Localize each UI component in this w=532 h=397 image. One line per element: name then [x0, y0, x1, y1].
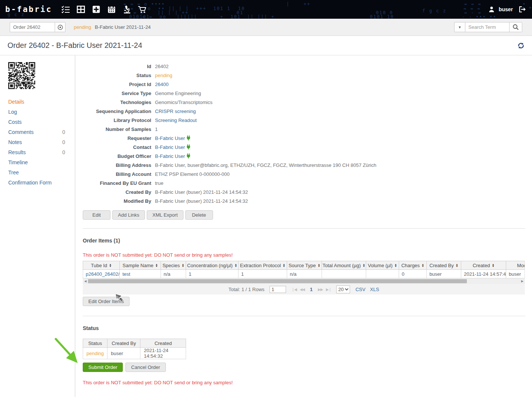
edit-button[interactable]: Edit: [83, 210, 110, 220]
sort-icon[interactable]: ▲▼: [456, 263, 458, 267]
column-header[interactable]: Species▲▼: [161, 261, 186, 270]
detail-row: Statuspending: [83, 73, 525, 82]
search-input[interactable]: [465, 22, 510, 32]
field-label: Number of Samples: [83, 126, 151, 132]
page-size-select[interactable]: 20: [336, 285, 350, 293]
sidebar-item-label[interactable]: Confirmation Form: [8, 180, 52, 186]
sort-icon[interactable]: ▲▼: [182, 263, 184, 267]
detail-row: Budget OfficerB-Fabric User: [83, 153, 525, 162]
link-value[interactable]: B-Fabric User: [155, 153, 185, 159]
column-header[interactable]: Created▲▼: [461, 261, 506, 270]
cart-icon[interactable]: [138, 5, 147, 13]
sort-icon[interactable]: ▲▼: [234, 263, 237, 267]
refresh-icon[interactable]: [517, 42, 525, 49]
checklist-icon[interactable]: [61, 5, 70, 13]
column-header[interactable]: Concentration (ng/µl)▲▼: [186, 261, 238, 270]
binary-glyph: 010101: [129, 14, 150, 19]
sidebar-item-label[interactable]: Notes: [8, 139, 22, 145]
add-links-button[interactable]: Add Links: [112, 210, 145, 220]
table-cell: n/a: [161, 270, 186, 278]
detail-row: Modified ByB-Fabric User (buser) 2021-11…: [83, 198, 525, 207]
sidebar-item-notes[interactable]: Notes0: [0, 137, 75, 147]
sort-icon[interactable]: ▲▼: [492, 263, 495, 267]
qr-code: [8, 62, 35, 89]
scroll-right-icon[interactable]: ▶: [520, 278, 525, 284]
sidebar-item-results[interactable]: Results0: [0, 147, 75, 157]
sort-icon[interactable]: ▲▼: [422, 263, 424, 267]
link-value[interactable]: 26400: [155, 82, 168, 87]
column-header[interactable]: Extraction Protocol▲▼: [238, 261, 287, 270]
xml-export-button[interactable]: XML Export: [147, 210, 183, 220]
sidebar-item-tree[interactable]: Tree: [0, 167, 75, 177]
sort-icon[interactable]: ▲▼: [155, 263, 158, 267]
field-value: pending: [151, 73, 172, 78]
delete-button[interactable]: Delete: [185, 210, 213, 220]
sidebar-item-label[interactable]: Timeline: [8, 159, 28, 165]
first-page-icon[interactable]: ❘◀: [291, 287, 297, 291]
sort-icon[interactable]: ▲▼: [283, 263, 285, 267]
bfabric-logo[interactable]: b-fabric: [5, 5, 52, 14]
username-label[interactable]: buser: [499, 6, 513, 12]
sort-icon[interactable]: ▲▼: [363, 263, 365, 267]
binary-glyph: = = oo ||||||: [142, 14, 198, 19]
xls-export-link[interactable]: XLS: [370, 287, 379, 292]
page-number-input[interactable]: [270, 286, 286, 293]
column-header[interactable]: Source Type▲▼: [287, 261, 322, 270]
cell-link[interactable]: test: [122, 271, 130, 277]
sidebar-item-label[interactable]: Details: [8, 99, 24, 105]
prev-page-icon[interactable]: ◀◀: [300, 287, 304, 291]
order-search-input[interactable]: [10, 22, 55, 32]
link-value[interactable]: CRISPR screening: [155, 109, 196, 114]
sidebar-item-log[interactable]: Log: [0, 107, 75, 117]
sort-icon[interactable]: ▲▼: [395, 263, 397, 267]
field-value: true: [151, 180, 163, 186]
sidebar-item-confirmation-form[interactable]: Confirmation Form: [0, 177, 75, 187]
search-scope-dropdown[interactable]: ▼: [454, 22, 465, 32]
last-page-icon[interactable]: ▶❘: [326, 287, 331, 291]
submit-order-button[interactable]: Submit Order: [83, 363, 123, 372]
column-header[interactable]: Charges▲▼: [399, 261, 427, 270]
column-header[interactable]: Created By▲▼: [427, 261, 461, 270]
sidebar-item-label[interactable]: Costs: [8, 119, 22, 125]
column-header-label: Species: [162, 263, 180, 268]
next-page-icon[interactable]: ▶▶: [318, 287, 323, 291]
cell-link[interactable]: p26400_26402/1: [86, 271, 120, 277]
field-value: CRISPR screening: [151, 109, 196, 114]
current-page-label[interactable]: 1: [310, 287, 313, 292]
link-value[interactable]: Screening Readout: [155, 117, 197, 123]
scrollbar-thumb[interactable]: [88, 279, 467, 283]
calendar-icon[interactable]: [107, 5, 116, 13]
logout-icon[interactable]: [518, 5, 527, 13]
status-value: pending: [86, 351, 104, 356]
add-icon[interactable]: [92, 5, 101, 13]
column-header[interactable]: Volume (µl)▲▼: [366, 261, 399, 270]
sort-icon[interactable]: ▲▼: [109, 263, 112, 267]
link-value[interactable]: B-Fabric User: [155, 144, 185, 150]
edit-order-items-button[interactable]: Edit Order Items: [83, 297, 130, 306]
horizontal-scrollbar[interactable]: ◀ ▶: [83, 278, 525, 284]
microscope-icon[interactable]: [122, 5, 131, 13]
goto-target-icon[interactable]: [55, 22, 66, 32]
binary-glyph: = = =: [464, 1, 481, 7]
search-icon[interactable]: [510, 22, 522, 32]
plain-value: true: [155, 180, 163, 186]
column-header[interactable]: Tube Id▲▼: [83, 261, 120, 270]
binary-glyph: | ++: [286, 1, 311, 7]
sort-icon[interactable]: ▲▼: [317, 263, 320, 267]
sidebar-item-label[interactable]: Tree: [8, 170, 19, 175]
sidebar-item-details[interactable]: Details: [0, 97, 75, 107]
sidebar-item-label[interactable]: Log: [8, 109, 17, 115]
sidebar-item-costs[interactable]: Costs: [0, 117, 75, 127]
sidebar-item-comments[interactable]: Comments0: [0, 127, 75, 137]
column-header[interactable]: Sample Name▲▼: [120, 261, 161, 270]
sidebar-item-label[interactable]: Results: [8, 149, 26, 155]
link-value[interactable]: B-Fabric User: [155, 135, 185, 141]
scroll-left-icon[interactable]: ◀: [83, 278, 88, 284]
csv-export-link[interactable]: CSV: [355, 287, 365, 292]
sidebar-item-label[interactable]: Comments: [8, 129, 34, 135]
column-header[interactable]: Total Amount (µg)▲▼: [322, 261, 366, 270]
cancel-order-button[interactable]: Cancel Order: [125, 363, 165, 372]
column-header[interactable]: Modified▲▼: [506, 261, 525, 270]
sidebar-item-timeline[interactable]: Timeline: [0, 157, 75, 167]
grid-icon[interactable]: [76, 5, 85, 13]
